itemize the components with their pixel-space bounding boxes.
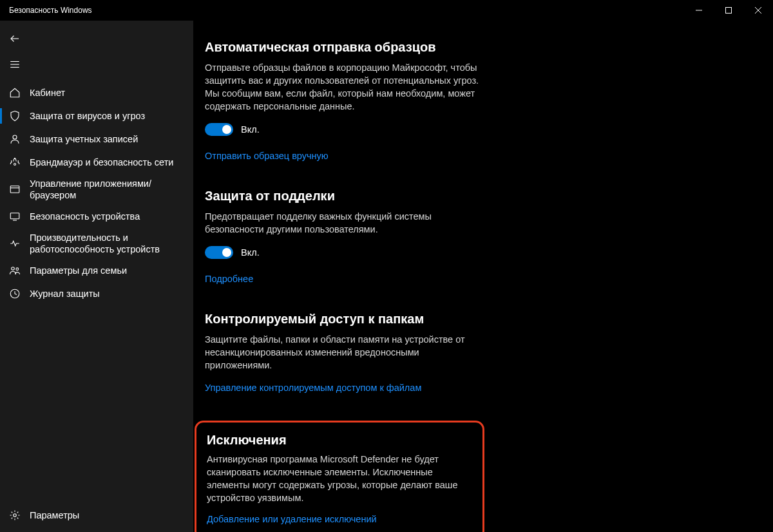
sidebar-item-label: Журнал защиты <box>30 288 184 299</box>
sidebar-item-account-protection[interactable]: Защита учетных записей <box>0 128 193 151</box>
section-automatic-sample: Автоматическая отправка образцов Отправь… <box>205 40 488 162</box>
app-window: Безопасность Windows <box>0 0 773 532</box>
toggle-row: Вкл. <box>205 123 488 136</box>
section-tamper-protection: Защита от подделки Предотвращает подделк… <box>205 189 488 285</box>
section-description: Защитите файлы, папки и области памяти н… <box>205 333 488 372</box>
sidebar-item-firewall[interactable]: Брандмауэр и безопасность сети <box>0 151 193 174</box>
sidebar-item-device-security[interactable]: Безопасность устройства <box>0 205 193 228</box>
sidebar-item-home[interactable]: Кабинет <box>0 81 193 104</box>
minimize-button[interactable] <box>684 0 714 21</box>
history-icon <box>9 288 21 299</box>
sidebar-item-settings[interactable]: Параметры <box>0 504 193 527</box>
sidebar-item-label: Брандмауэр и безопасность сети <box>30 157 184 168</box>
health-icon <box>9 238 21 249</box>
svg-rect-10 <box>10 186 19 193</box>
nav-list: Кабинет Защита от вирусов и угроз Защита… <box>0 81 193 305</box>
svg-point-8 <box>13 135 17 139</box>
hamburger-button[interactable] <box>9 54 32 75</box>
add-remove-exclusions-link[interactable]: Добавление или удаление исключений <box>207 514 377 524</box>
sidebar-item-label: Производительность и работоспособность у… <box>30 232 184 255</box>
gear-icon <box>9 509 21 521</box>
svg-point-14 <box>12 267 15 271</box>
window-title: Безопасность Windows <box>9 6 92 15</box>
section-title: Контролируемый доступ к папкам <box>205 312 488 327</box>
back-button[interactable] <box>9 28 32 49</box>
svg-point-17 <box>14 514 17 517</box>
sidebar-item-family[interactable]: Параметры для семьи <box>0 259 193 282</box>
sidebar-item-app-browser[interactable]: Управление приложениями/браузером <box>0 174 193 205</box>
section-title: Исключения <box>207 433 470 448</box>
section-title: Защита от подделки <box>205 189 488 204</box>
maximize-button[interactable] <box>714 0 743 21</box>
toggle-label: Вкл. <box>241 124 260 135</box>
window-controls <box>684 0 773 21</box>
sidebar-item-label: Безопасность устройства <box>30 211 184 222</box>
sidebar-bottom: Параметры <box>0 504 193 532</box>
tamper-protection-toggle[interactable] <box>205 246 233 259</box>
section-description: Отправьте образцы файлов в корпорацию Ма… <box>205 61 488 113</box>
section-controlled-folder: Контролируемый доступ к папкам Защитите … <box>205 312 488 394</box>
sidebar-item-label: Защита учетных записей <box>30 133 184 145</box>
sidebar-item-label: Параметры <box>30 509 184 521</box>
app-body: Кабинет Защита от вирусов и угроз Защита… <box>0 21 773 532</box>
firewall-icon <box>9 157 21 168</box>
shield-icon <box>9 110 21 122</box>
sidebar: Кабинет Защита от вирусов и угроз Защита… <box>0 21 193 532</box>
account-icon <box>9 133 21 145</box>
titlebar: Безопасность Windows <box>0 0 773 21</box>
close-button[interactable] <box>743 0 773 21</box>
main-content: Автоматическая отправка образцов Отправь… <box>193 21 773 532</box>
device-security-icon <box>9 211 21 222</box>
section-title: Автоматическая отправка образцов <box>205 40 488 55</box>
sidebar-item-label: Кабинет <box>30 87 184 99</box>
section-description: Предотвращает подделку важных функций си… <box>205 210 488 236</box>
toggle-row: Вкл. <box>205 246 488 259</box>
sidebar-top <box>0 26 193 77</box>
toggle-label: Вкл. <box>241 247 260 258</box>
section-description: Антивирусная программа Microsoft Defende… <box>207 453 470 504</box>
sample-submission-toggle[interactable] <box>205 123 233 136</box>
svg-rect-1 <box>726 8 732 14</box>
sidebar-item-performance[interactable]: Производительность и работоспособность у… <box>0 228 193 259</box>
sidebar-item-label: Параметры для семьи <box>30 265 184 276</box>
svg-point-15 <box>16 268 19 271</box>
sidebar-item-history[interactable]: Журнал защиты <box>0 282 193 305</box>
sidebar-item-label: Управление приложениями/браузером <box>30 178 184 201</box>
sidebar-item-virus-protection[interactable]: Защита от вирусов и угроз <box>0 104 193 128</box>
family-icon <box>9 265 21 276</box>
home-icon <box>9 87 21 99</box>
svg-point-9 <box>14 164 16 166</box>
manage-folder-access-link[interactable]: Управление контролируемым доступом к фай… <box>205 383 421 393</box>
learn-more-link[interactable]: Подробнее <box>205 274 253 284</box>
sidebar-item-label: Защита от вирусов и угроз <box>30 110 184 122</box>
svg-rect-12 <box>10 213 19 219</box>
app-browser-icon <box>9 184 21 195</box>
submit-sample-link[interactable]: Отправить образец вручную <box>205 151 329 161</box>
section-exclusions-highlighted: Исключения Антивирусная программа Micros… <box>195 421 484 532</box>
